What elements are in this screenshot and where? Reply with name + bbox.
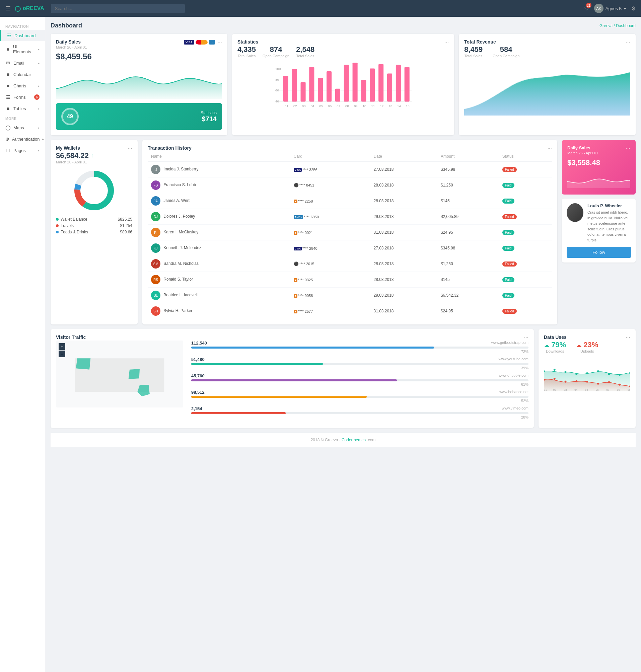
breadcrumb: Greeva / Dashboard — [599, 24, 636, 28]
sidebar-item-calendar[interactable]: ■ Calendar — [0, 69, 45, 80]
wallets-title: My Wallets — [56, 145, 80, 151]
uploads-item: ☁ 23% Uploads — [576, 341, 598, 353]
data-uses-header: Data Uses ··· — [544, 334, 630, 341]
main-content: Dashboard Greeva / Dashboard Daily Sales… — [45, 17, 641, 672]
cell-name: SM Sandra M. Nicholas — [148, 256, 290, 272]
chevron-right-icon6: ▸ — [42, 137, 44, 141]
sidebar-item-authentication[interactable]: ⊕ Authentication ▸ — [0, 133, 45, 145]
follow-button[interactable]: Follow — [567, 247, 631, 258]
sidebar-item-dashboard[interactable]: ☷ Dashboard — [0, 30, 45, 41]
daily-sales-mini-card: Daily Sales March 26 - April 01 ··· $3,5… — [562, 140, 636, 194]
stats-gauge: 49 Statistics $714 — [56, 103, 222, 130]
revenue-menu[interactable]: ··· — [626, 39, 630, 45]
sidebar-label-pages: Pages — [13, 148, 26, 153]
stat-total-sales: 4,335 Total Sales — [237, 45, 256, 58]
email-icon: ✉ — [5, 60, 11, 66]
visitor-title: Visitor Traffic — [56, 334, 86, 340]
cell-name: JA James A. Wert — [148, 193, 290, 209]
logo-icon: ◯ — [15, 5, 21, 12]
svg-text:02: 02 — [294, 104, 297, 108]
table-row: SM Sandra M. Nicholas ⚫ **** 2015 28.03.… — [148, 256, 552, 272]
svg-point-57 — [575, 380, 577, 382]
downloads-item: ☁ 79% Downloads — [544, 341, 566, 353]
statistics-card: Statistics ··· 4,335 Total Sales 874 Ope… — [232, 34, 454, 135]
cell-card: VISA **** 3256 — [290, 162, 370, 177]
svg-text:11: 11 — [371, 104, 375, 108]
statistics-title: Statistics — [237, 39, 258, 44]
svg-text:09: 09 — [354, 104, 358, 108]
hamburger-icon[interactable]: ☰ — [5, 5, 11, 12]
svg-text:04: 04 — [574, 388, 577, 392]
sidebar-item-charts[interactable]: ■ Charts ▸ — [0, 80, 45, 92]
svg-text:100: 100 — [275, 67, 281, 71]
svg-rect-19 — [379, 64, 383, 101]
rev-total-sales-value: 8,459 — [464, 45, 482, 54]
rev-open-campaign-label: Open Campaign — [493, 54, 519, 58]
sidebar-label-forms: Forms — [13, 95, 26, 100]
statistics-menu[interactable]: ··· — [445, 39, 449, 45]
traffic-row-1: 112,540 www.getbootstrap.com 72% — [191, 341, 529, 354]
sidebar-label-calendar: Calendar — [13, 72, 31, 77]
data-uses-menu[interactable]: ··· — [626, 334, 630, 341]
sidebar-item-forms[interactable]: ☰ Forms 6 — [0, 92, 45, 103]
sidebar-item-ui-elements[interactable]: ■ UI Elements ▸ — [0, 41, 45, 57]
visitor-content: + − — [56, 341, 529, 423]
downloads-pct: ☁ 79% — [544, 341, 566, 349]
downloads-label: Downloads — [544, 349, 566, 353]
topbar-right: ♡ 21 AK Agnes K ▾ ⚙ — [584, 4, 636, 13]
user-name: Agnes K — [605, 6, 622, 11]
cell-date: 28.03.2018 — [370, 256, 437, 272]
svg-text:03: 03 — [564, 388, 567, 392]
ds-mini-title: Daily Sales — [567, 145, 598, 150]
cell-card: ⚫ **** 8451 — [290, 177, 370, 193]
cell-date: 27.03.2018 — [370, 241, 437, 256]
visa-icon: VISA — [184, 40, 194, 44]
wallets-menu[interactable]: ··· — [128, 145, 132, 151]
status-badge: Paid — [502, 230, 515, 235]
svg-text:07: 07 — [606, 388, 610, 392]
cell-card: ■ **** 0021 — [290, 225, 370, 241]
sidebar-label-ui-elements: UI Elements — [13, 44, 35, 54]
legend-wallet-balance: Wallet Balance $825.25 — [56, 217, 132, 222]
profile-name: Louis P. Wheeler — [587, 203, 631, 208]
breadcrumb-current: Dashboard — [616, 24, 636, 28]
svg-text:15: 15 — [406, 104, 410, 108]
svg-rect-18 — [370, 68, 375, 101]
daily-sales-amount: $8,459.56 — [56, 52, 222, 61]
visitor-menu[interactable]: ··· — [524, 334, 529, 341]
daily-sales-menu[interactable]: ··· — [218, 39, 222, 45]
profile-content: Louis P. Wheeler Cras sit amet nibh libe… — [567, 203, 631, 243]
cloud-upload-icon: ☁ — [576, 343, 582, 348]
sidebar: NAVIGATION ☷ Dashboard ■ UI Elements ▸ ✉… — [0, 17, 45, 672]
legend-value-foods: $89.66 — [120, 230, 132, 234]
row-avatar: SM — [151, 259, 160, 269]
notification-badge: 21 — [586, 3, 591, 8]
svg-text:13: 13 — [388, 104, 392, 108]
wallets-header: My Wallets ··· — [56, 145, 132, 151]
status-badge: Paid — [502, 198, 515, 204]
total-revenue-card: Total Revenue ··· 8,459 Total Sales 584 … — [459, 34, 636, 135]
cell-amount: $345.98 — [437, 162, 499, 177]
sidebar-item-pages[interactable]: □ Pages ▸ — [0, 145, 45, 156]
user-menu[interactable]: AK Agnes K ▾ — [594, 4, 626, 13]
search-input[interactable] — [51, 4, 185, 13]
svg-rect-15 — [344, 65, 349, 102]
svg-rect-14 — [335, 89, 340, 102]
transaction-menu[interactable]: ··· — [548, 145, 552, 151]
traffic-pct-2: 39% — [191, 366, 529, 370]
sidebar-item-email[interactable]: ✉ Email ▸ — [0, 57, 45, 69]
card-chip: ■ **** 2258 — [294, 199, 313, 203]
settings-icon[interactable]: ⚙ — [631, 5, 636, 12]
legend-value-wallet: $825.25 — [118, 217, 132, 222]
sidebar-item-tables[interactable]: ■ Tables ▸ — [0, 103, 45, 114]
notification-button[interactable]: ♡ 21 — [584, 5, 589, 12]
col-date: Date — [370, 151, 437, 162]
ds-mini-menu[interactable]: ··· — [626, 145, 630, 151]
svg-point-58 — [586, 381, 588, 383]
svg-point-61 — [618, 384, 620, 386]
traffic-value-5: 2,154 — [191, 406, 202, 411]
uploads-pct: ☁ 23% — [576, 341, 598, 349]
footer-link[interactable]: Coderthemes — [342, 438, 366, 442]
sidebar-item-maps[interactable]: ◯ Maps ▸ — [0, 122, 45, 133]
row-avatar: JA — [151, 196, 160, 206]
